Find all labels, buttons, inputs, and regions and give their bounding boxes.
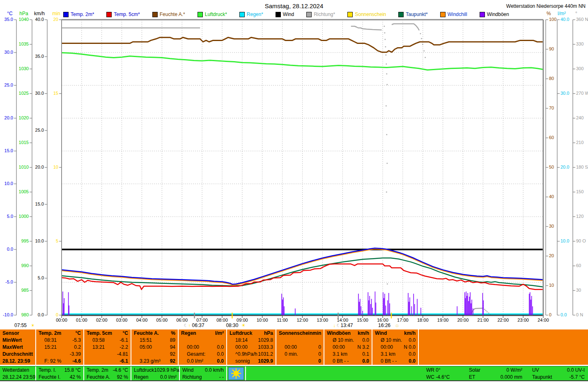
- axis-text: 1015: [19, 140, 29, 145]
- stats-column-header: Temp. 2m°C: [39, 330, 81, 337]
- axis-text: 120: [576, 214, 583, 219]
- axis-text: 00:00: [56, 318, 67, 323]
- stats-cell: -4.81: [87, 351, 128, 358]
- axis-text: 1020: [19, 115, 29, 120]
- stats-row-label: Durchschnitt: [2, 351, 33, 358]
- wetter-line: Richtung- -: [182, 374, 224, 381]
- legend-swatch-icon: [152, 12, 158, 17]
- stats-column-temp-2m: Temp. 2m°C08:31-5.315:210.2-3.39F: 92 %-…: [36, 329, 84, 365]
- legend-label: Windchill: [448, 11, 467, 17]
- axis-text: 40: [549, 194, 554, 199]
- axis-text: l/m²: [558, 11, 566, 16]
- axis-text: 20: [53, 17, 58, 22]
- wetter-line: UV0.0 UV-I: [532, 367, 585, 374]
- axis-text: 70: [549, 105, 554, 110]
- axis-text: 360 N: [576, 17, 588, 22]
- series-richtung-dot: [423, 50, 425, 52]
- axis-text: 04:00: [136, 318, 148, 323]
- wetter-line: ET0.000 mm: [469, 374, 522, 381]
- stats-row-labels: SensorMinWertMaxWertDurchschnitt28.12. 2…: [0, 329, 36, 365]
- wetter-cell-aussen: Temp. 2m-4.6 °CFeuchte A.92 %: [84, 366, 131, 380]
- wetter-line: Taupunkt-5.7 °C: [532, 374, 585, 381]
- stats-column-header: Feuchte A.%: [134, 330, 175, 337]
- axis-text: 1000: [19, 214, 29, 219]
- moonrise-icon: ☾: [184, 323, 188, 328]
- legend-swatch-icon: [398, 12, 404, 17]
- axis-text: 210: [576, 140, 583, 145]
- axis-text: 15:00: [357, 318, 368, 323]
- stats-column-header: Regenl/m²: [181, 330, 224, 337]
- legend-label: Feuchte A.*: [160, 11, 185, 17]
- stats-cell: 0.0 l/m²0.0: [181, 358, 224, 365]
- stats-column-luftdruck: LuftdruckhPa18:141029.800:001033.3^0.9hP…: [227, 329, 276, 365]
- axis-text: 05:00: [156, 318, 168, 323]
- axis-text: 35.0: [35, 54, 44, 59]
- stats-cell: 0: [279, 358, 321, 365]
- weather-station-app-window: Samstag, 28.12.2024 Wetterstation Nieder…: [0, 0, 588, 382]
- legend-label: Wind: [283, 11, 294, 17]
- weather-chart: 35.030.025.020.015.010.05.00.0-5.0-10.01…: [0, 0, 588, 329]
- stats-cell: 15:210.2: [39, 344, 81, 351]
- stats-cell: 18:141029.8: [230, 337, 273, 344]
- axis-text: 30.0: [35, 91, 44, 96]
- axis-text: 10.0: [5, 181, 13, 186]
- legend-label: Richtung*: [314, 11, 335, 17]
- sunrise-icon: ☀: [241, 323, 246, 328]
- axis-text: 10:00: [257, 318, 268, 323]
- stats-cell: 92: [134, 351, 175, 358]
- stats-cell: 05:0094: [134, 344, 175, 351]
- axis-text: 180 S: [576, 165, 588, 169]
- axis-text: 1040: [19, 17, 29, 22]
- axis-text: 90: [549, 46, 554, 51]
- stats-cell: -6.1: [87, 358, 128, 365]
- down-arrow-icon: ↓: [333, 323, 335, 328]
- stats-cell: sonnig1029.9: [230, 358, 273, 365]
- axis-text: 0.0: [7, 247, 13, 252]
- axis-text: 995: [21, 238, 29, 243]
- stats-column-sonnenschein: Sonnenscheinmin00:0000 min.00: [276, 329, 324, 365]
- axis-text: 07:00: [196, 318, 208, 323]
- stats-cell: 08:31-5.3: [39, 337, 81, 344]
- series-richtung-dot: [387, 284, 388, 285]
- stats-table: SensorMinWertMaxWertDurchschnitt28.12. 2…: [0, 329, 588, 365]
- legend-label: Luftdruck*: [205, 11, 227, 17]
- stats-column-header: Windkm/h: [375, 330, 416, 337]
- axis-text: 0: [549, 312, 551, 317]
- wetter-line: Regen0.0 l/m²: [134, 374, 177, 381]
- series-richtung-dot: [485, 310, 487, 311]
- axis-text: 0 N: [576, 312, 583, 317]
- axis-text: 20:00: [457, 318, 469, 323]
- axis-text: 21:00: [478, 318, 489, 323]
- wetter-line: Luftdruck1029.9 hPa: [134, 367, 177, 374]
- axis-text: 150: [576, 189, 583, 194]
- axis-text: 09:00: [237, 318, 248, 323]
- legend-swatch-icon: [239, 12, 245, 17]
- wetter-line: Feuchte A.92 %: [87, 374, 128, 381]
- axis-text: 08:00: [216, 318, 228, 323]
- legend-item-richtung: Richtung*: [306, 11, 335, 17]
- series-richtung-dot: [386, 192, 387, 193]
- series-richtung-dot: [386, 73, 388, 75]
- axis-text: 5.0: [7, 214, 13, 219]
- axis-text: 15.0: [5, 148, 13, 153]
- legend-swatch-icon: [347, 12, 353, 17]
- axis-text: 240: [576, 115, 583, 120]
- axis-text: 0: [56, 312, 58, 317]
- axis-text: 1025: [19, 91, 29, 96]
- moonset-icon: ☾: [336, 323, 340, 328]
- axis-text: 20.0: [35, 165, 44, 169]
- axis-text: 5.0: [38, 275, 44, 280]
- axis-text: hPa: [19, 11, 28, 16]
- stats-cell: 0 Bft - -0.0: [375, 358, 416, 365]
- series-richtung: [351, 26, 382, 30]
- axis-text: 24:00: [537, 318, 549, 323]
- axis-text: km/h: [34, 11, 45, 16]
- legend-item-taupunkt: Taupunkt*: [398, 11, 427, 17]
- series-richtung-dot: [386, 55, 387, 56]
- stats-cell: 0 Bft - -0.0: [327, 358, 369, 365]
- weather-symbol-sun-icon: [227, 366, 246, 380]
- axis-text: -10.0: [3, 312, 13, 317]
- wetter-cell-uv-tau: UV0.0 UV-ITaupunkt-5.7 °C: [532, 367, 585, 380]
- axis-text: 20.0: [5, 115, 13, 120]
- axis-text: 40.0: [560, 17, 569, 22]
